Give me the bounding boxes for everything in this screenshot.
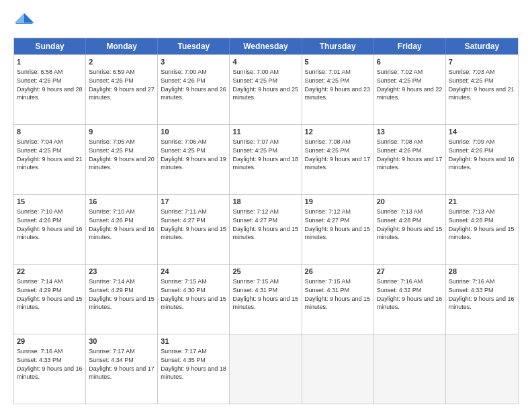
day-number: 20 [377,197,443,207]
daylight-text: Daylight: 9 hours and 20 minutes. [89,156,154,171]
sunrise-text: Sunrise: 7:13 AM [449,208,495,215]
sunrise-text: Sunrise: 7:03 AM [449,68,495,75]
sunrise-text: Sunrise: 7:17 AM [89,348,135,355]
sunset-text: Sunset: 4:25 PM [89,147,134,154]
sunset-text: Sunset: 4:26 PM [89,217,134,224]
daylight-text: Daylight: 9 hours and 16 minutes. [17,365,83,381]
calendar-cell: 2Sunrise: 6:59 AMSunset: 4:26 PMDaylight… [86,55,158,124]
daylight-text: Daylight: 9 hours and 15 minutes. [232,295,298,311]
daylight-text: Daylight: 9 hours and 15 minutes. [161,295,226,311]
calendar: SundayMondayTuesdayWednesdayThursdayFrid… [13,38,519,404]
day-number: 13 [377,127,443,137]
sunrise-text: Sunrise: 7:15 AM [232,278,279,285]
sunset-text: Sunset: 4:27 PM [161,217,206,224]
page: SundayMondayTuesdayWednesdayThursdayFrid… [0,0,532,411]
calendar-row-5: 29Sunrise: 7:16 AMSunset: 4:33 PMDayligh… [14,334,518,404]
calendar-cell: 24Sunrise: 7:15 AMSunset: 4:30 PMDayligh… [158,265,230,334]
sunset-text: Sunset: 4:25 PM [377,77,422,84]
day-number: 21 [449,197,515,207]
sunrise-text: Sunrise: 7:16 AM [377,278,423,285]
daylight-text: Daylight: 9 hours and 16 minutes. [377,295,443,311]
day-number: 24 [161,267,226,277]
calendar-cell: 5Sunrise: 7:01 AMSunset: 4:25 PMDaylight… [302,55,374,124]
sunrise-text: Sunrise: 7:00 AM [232,68,279,75]
day-number: 18 [232,197,298,207]
day-number: 25 [232,267,298,277]
day-number: 10 [161,127,226,137]
sunset-text: Sunset: 4:27 PM [305,217,350,224]
calendar-cell: 30Sunrise: 7:17 AMSunset: 4:34 PMDayligh… [86,334,158,404]
header-day-sunday: Sunday [14,38,86,54]
sunrise-text: Sunrise: 7:10 AM [17,208,63,215]
sunset-text: Sunset: 4:31 PM [232,287,277,293]
calendar-row-4: 22Sunrise: 7:14 AMSunset: 4:29 PMDayligh… [14,264,518,334]
day-number: 3 [161,57,226,67]
sunrise-text: Sunrise: 7:14 AM [89,278,135,285]
sunset-text: Sunset: 4:25 PM [305,77,350,84]
daylight-text: Daylight: 9 hours and 17 minutes. [305,156,371,171]
sunrise-text: Sunrise: 7:12 AM [232,208,279,215]
sunrise-text: Sunrise: 7:01 AM [305,68,351,75]
calendar-cell: 7Sunrise: 7:03 AMSunset: 4:25 PMDaylight… [446,55,518,124]
day-number: 12 [305,127,371,137]
sunrise-text: Sunrise: 7:04 AM [17,138,63,145]
sunrise-text: Sunrise: 7:17 AM [161,348,207,355]
sunset-text: Sunset: 4:30 PM [161,287,206,293]
sunrise-text: Sunrise: 7:11 AM [161,208,207,215]
sunrise-text: Sunrise: 7:13 AM [377,208,423,215]
day-number: 19 [305,197,371,207]
calendar-cell [302,334,374,404]
daylight-text: Daylight: 9 hours and 16 minutes. [17,226,83,241]
day-number: 7 [449,57,515,67]
calendar-cell: 27Sunrise: 7:16 AMSunset: 4:32 PMDayligh… [374,265,446,334]
sunset-text: Sunset: 4:25 PM [449,77,494,84]
sunset-text: Sunset: 4:25 PM [232,147,277,154]
daylight-text: Daylight: 9 hours and 23 minutes. [305,86,371,101]
sunset-text: Sunset: 4:34 PM [89,357,134,363]
calendar-cell: 6Sunrise: 7:02 AMSunset: 4:25 PMDaylight… [374,55,446,124]
day-number: 26 [305,267,371,277]
daylight-text: Daylight: 9 hours and 17 minutes. [89,365,154,381]
sunrise-text: Sunrise: 7:08 AM [377,138,423,145]
day-number: 17 [161,197,226,207]
sunrise-text: Sunrise: 7:07 AM [232,138,279,145]
day-number: 30 [89,336,154,347]
svg-marker-1 [15,13,24,23]
sunrise-text: Sunrise: 7:12 AM [305,208,351,215]
calendar-cell: 26Sunrise: 7:15 AMSunset: 4:31 PMDayligh… [302,265,374,334]
day-number: 4 [232,57,298,67]
calendar-cell: 14Sunrise: 7:09 AMSunset: 4:26 PMDayligh… [446,125,518,194]
day-number: 16 [89,197,154,207]
sunrise-text: Sunrise: 7:00 AM [161,68,207,75]
sunrise-text: Sunrise: 7:16 AM [449,278,495,285]
calendar-row-2: 8Sunrise: 7:04 AMSunset: 4:25 PMDaylight… [14,124,518,194]
day-number: 11 [232,127,298,137]
calendar-cell: 16Sunrise: 7:10 AMSunset: 4:26 PMDayligh… [86,195,158,264]
sunset-text: Sunset: 4:28 PM [449,217,494,224]
daylight-text: Daylight: 9 hours and 17 minutes. [377,156,443,171]
daylight-text: Daylight: 9 hours and 19 minutes. [161,156,226,171]
day-number: 14 [449,127,515,137]
calendar-cell [230,334,302,404]
calendar-cell [446,334,518,404]
sunrise-text: Sunrise: 7:15 AM [161,278,207,285]
svg-marker-0 [24,13,34,23]
day-number: 28 [449,267,515,277]
day-number: 23 [89,267,154,277]
svg-rect-2 [16,23,33,24]
calendar-cell: 12Sunrise: 7:08 AMSunset: 4:25 PMDayligh… [302,125,374,194]
daylight-text: Daylight: 9 hours and 15 minutes. [161,226,226,241]
daylight-text: Daylight: 9 hours and 15 minutes. [89,295,154,311]
daylight-text: Daylight: 9 hours and 16 minutes. [89,226,154,241]
sunset-text: Sunset: 4:26 PM [161,77,206,84]
calendar-cell: 1Sunrise: 6:58 AMSunset: 4:26 PMDaylight… [14,55,86,124]
calendar-cell: 9Sunrise: 7:05 AMSunset: 4:25 PMDaylight… [86,125,158,194]
calendar-row-1: 1Sunrise: 6:58 AMSunset: 4:26 PMDaylight… [14,54,518,124]
day-number: 29 [17,336,83,347]
day-number: 2 [89,57,154,67]
sunset-text: Sunset: 4:25 PM [17,147,62,154]
calendar-cell: 10Sunrise: 7:06 AMSunset: 4:25 PMDayligh… [158,125,230,194]
daylight-text: Daylight: 9 hours and 18 minutes. [161,365,226,381]
daylight-text: Daylight: 9 hours and 16 minutes. [449,156,515,171]
sunset-text: Sunset: 4:31 PM [305,287,350,293]
